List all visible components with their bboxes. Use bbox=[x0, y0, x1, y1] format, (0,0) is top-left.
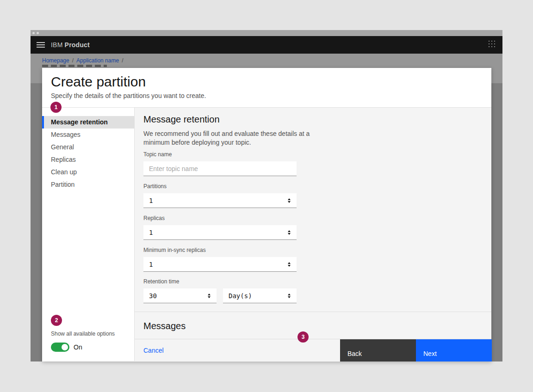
window-dot-icon bbox=[32, 32, 35, 34]
tearsheet-subtitle: Specify the details of the partitions yo… bbox=[51, 92, 491, 99]
tearsheet-header: Create partition Specify the details of … bbox=[42, 68, 491, 108]
product-brand: IBM Product bbox=[51, 41, 90, 49]
breadcrumb-link-homepage[interactable]: Homepage bbox=[42, 57, 69, 64]
annotation-badge-2: 2 bbox=[51, 315, 62, 326]
nav-item-partition[interactable]: Partition bbox=[42, 178, 134, 191]
annotation-badge-1: 1 bbox=[50, 102, 62, 113]
nav-item-messages[interactable]: Messages bbox=[42, 129, 134, 141]
section-heading-message-retention: Message retention bbox=[143, 114, 220, 125]
options-toggle[interactable] bbox=[51, 343, 69, 352]
annotation-badge-3: 3 bbox=[297, 331, 309, 343]
create-partition-tearsheet: Create partition Specify the details of … bbox=[42, 68, 491, 361]
desktop-background: IBM Product Homepage/Application name/ C… bbox=[0, 0, 533, 392]
window-dot-icon bbox=[37, 32, 39, 34]
replicas-input[interactable]: 1 bbox=[143, 225, 297, 240]
topic-name-input[interactable] bbox=[143, 161, 297, 176]
tearsheet-sidebar: Message retention Messages General Repli… bbox=[42, 108, 134, 361]
topic-name-label: Topic name bbox=[143, 151, 297, 158]
back-button[interactable]: Back bbox=[340, 339, 416, 361]
nav-item-message-retention[interactable]: Message retention bbox=[42, 116, 134, 129]
section-heading-messages: Messages bbox=[143, 321, 186, 331]
nav-item-clean-up[interactable]: Clean up bbox=[42, 166, 134, 178]
options-toggle-state: On bbox=[74, 343, 82, 351]
partitions-label: Partitions bbox=[143, 183, 297, 190]
number-stepper-icon[interactable] bbox=[208, 294, 211, 298]
min-insync-replicas-label: Minimum in-sync replicas bbox=[143, 247, 297, 253]
retention-time-input[interactable]: 30 bbox=[143, 288, 217, 303]
retention-unit-value: Day(s) bbox=[229, 292, 252, 300]
obscured-page-title bbox=[42, 65, 107, 67]
window-titlebar bbox=[31, 30, 502, 36]
toggle-knob bbox=[62, 344, 68, 350]
tearsheet-footer: Cancel Back Next bbox=[135, 339, 491, 361]
app-header: IBM Product bbox=[31, 36, 502, 54]
breadcrumb-separator: / bbox=[122, 57, 123, 64]
breadcrumb: Homepage/Application name/ bbox=[42, 57, 126, 64]
options-toggle-label: Show all available options bbox=[51, 331, 115, 337]
section-divider bbox=[135, 312, 491, 312]
tearsheet-content: Message retention We recommend you fill … bbox=[134, 108, 491, 361]
cancel-button[interactable]: Cancel bbox=[143, 339, 164, 361]
tearsheet-nav: Message retention Messages General Repli… bbox=[42, 116, 134, 191]
number-stepper-icon[interactable] bbox=[288, 262, 291, 267]
section-description: We recommend you fill out and evaluate t… bbox=[143, 129, 310, 147]
retention-unit-select[interactable]: Day(s) bbox=[223, 288, 297, 303]
min-insync-replicas-value: 1 bbox=[149, 261, 153, 268]
breadcrumb-separator: / bbox=[72, 57, 74, 64]
number-stepper-icon[interactable] bbox=[288, 198, 291, 203]
menu-icon[interactable] bbox=[37, 42, 45, 48]
nav-item-general[interactable]: General bbox=[42, 141, 134, 153]
browser-window: IBM Product Homepage/Application name/ C… bbox=[31, 30, 502, 361]
breadcrumb-link-application[interactable]: Application name bbox=[76, 57, 119, 64]
tearsheet-title: Create partition bbox=[51, 74, 491, 90]
replicas-value: 1 bbox=[149, 229, 153, 236]
retention-time-label: Retention time bbox=[143, 278, 297, 285]
number-stepper-icon[interactable] bbox=[288, 230, 291, 235]
number-stepper-icon[interactable] bbox=[288, 294, 291, 298]
app-switcher-icon[interactable] bbox=[489, 41, 496, 48]
next-button[interactable]: Next bbox=[416, 339, 492, 361]
replicas-label: Replicas bbox=[143, 215, 297, 221]
min-insync-replicas-input[interactable]: 1 bbox=[143, 257, 297, 272]
retention-time-value: 30 bbox=[149, 292, 157, 300]
partitions-value: 1 bbox=[149, 197, 153, 204]
partitions-input[interactable]: 1 bbox=[143, 193, 297, 208]
nav-item-replicas[interactable]: Replicas bbox=[42, 153, 134, 166]
